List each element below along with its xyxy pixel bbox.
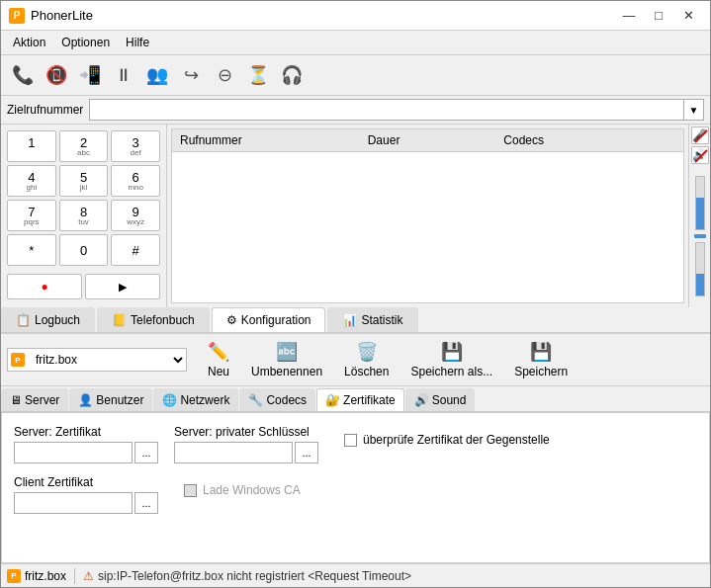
- menu-aktion[interactable]: Aktion: [5, 33, 53, 52]
- app-icon: P: [9, 8, 25, 24]
- rename-icon: 🔤: [276, 341, 298, 363]
- col-dauer: Dauer: [360, 131, 496, 149]
- call-button[interactable]: 📞: [7, 59, 39, 91]
- tab-telefonbuch[interactable]: 📒 Telefonbuch: [97, 307, 210, 332]
- mic-mute-button[interactable]: 🎤: [691, 126, 709, 144]
- delete-digit-button[interactable]: ●: [7, 274, 82, 299]
- load-ca-label: Lade Windows CA: [203, 483, 301, 497]
- hangup-button[interactable]: 📵: [41, 59, 72, 91]
- new-icon: ✏️: [208, 341, 229, 363]
- status-warning-icon: ⚠: [83, 569, 94, 583]
- dialpad-6[interactable]: 6mno: [111, 165, 160, 197]
- rename-label: Umbenennen: [251, 365, 322, 378]
- zertifikate-tab-label: Zertifikate: [343, 393, 396, 407]
- speaker-volume-slider[interactable]: [695, 242, 705, 296]
- tab-statistik-label: Statistik: [361, 313, 402, 327]
- dialpad-0[interactable]: 0: [59, 234, 109, 266]
- dialpad-1[interactable]: 1: [7, 130, 56, 162]
- account-tab-codecs[interactable]: 🔧 Codecs: [239, 388, 315, 411]
- minimize-button[interactable]: —: [615, 6, 643, 26]
- benutzer-icon: 👤: [78, 393, 93, 407]
- account-tab-zertifikate[interactable]: 🔐 Zertifikate: [316, 388, 404, 411]
- statistik-icon: 📊: [342, 313, 357, 327]
- konfiguration-icon: ⚙: [226, 313, 237, 327]
- redirect-button[interactable]: ↪: [175, 59, 207, 91]
- timer-button[interactable]: ⏳: [242, 59, 274, 91]
- codecs-icon: 🔧: [248, 393, 263, 407]
- check-cert-checkbox[interactable]: [344, 434, 357, 447]
- headset-button[interactable]: 🎧: [276, 59, 308, 91]
- telefonbuch-icon: 📒: [112, 313, 127, 327]
- delete-config-button[interactable]: 🗑️ Löschen: [339, 338, 394, 381]
- server-tab-label: Server: [25, 393, 59, 407]
- save-as-config-button[interactable]: 💾 Speichern als...: [405, 338, 497, 381]
- save-icon: 💾: [530, 341, 552, 363]
- tab-telefonbuch-label: Telefonbuch: [131, 313, 195, 327]
- new-config-button[interactable]: ✏️ Neu: [203, 338, 234, 381]
- vol-indicator-1: [694, 234, 706, 238]
- dialpad-3[interactable]: 3def: [111, 130, 160, 162]
- speaker-mute-button[interactable]: 🔊: [691, 146, 709, 164]
- contacts-button[interactable]: 👥: [141, 59, 173, 91]
- menu-optionen[interactable]: Optionen: [53, 33, 118, 52]
- mic-volume-slider[interactable]: [695, 176, 705, 230]
- save-config-button[interactable]: 💾 Speichern: [509, 338, 573, 381]
- new-label: Neu: [208, 365, 229, 378]
- account-select[interactable]: fritz.box: [28, 349, 186, 371]
- dialpad-2[interactable]: 2abc: [59, 130, 109, 162]
- netzwerk-icon: 🌐: [162, 393, 177, 407]
- server-key-browse[interactable]: ...: [295, 442, 318, 463]
- menu-hilfe[interactable]: Hilfe: [118, 33, 157, 52]
- account-tab-benutzer[interactable]: 👤 Benutzer: [69, 388, 152, 411]
- close-button[interactable]: ✕: [674, 6, 702, 26]
- svg-line-1: [695, 150, 707, 162]
- client-cert-input[interactable]: [14, 492, 133, 514]
- more-button[interactable]: ▶: [85, 274, 160, 299]
- account-tab-server[interactable]: 🖥 Server: [1, 388, 68, 411]
- tab-statistik[interactable]: 📊 Statistik: [327, 307, 417, 332]
- save-as-label: Speichern als...: [410, 365, 492, 378]
- save-as-icon: 💾: [441, 341, 463, 363]
- dialpad-9[interactable]: 9wxyz: [111, 200, 160, 231]
- server-cert-browse[interactable]: ...: [134, 442, 158, 463]
- dialpad-7[interactable]: 7pqrs: [7, 200, 56, 231]
- load-ca-checkbox[interactable]: [184, 484, 197, 497]
- address-label: Zielrufnummer: [7, 103, 83, 117]
- tab-konfiguration[interactable]: ⚙ Konfiguration: [212, 307, 326, 332]
- status-text: sip:IP-Telefon@fritz.box nicht registrie…: [98, 569, 411, 583]
- transfer-button[interactable]: 📲: [74, 59, 106, 91]
- server-cert-input[interactable]: [14, 442, 133, 463]
- codecs-tab-label: Codecs: [266, 393, 307, 407]
- address-dropdown[interactable]: ▼: [684, 99, 704, 121]
- delete-label: Löschen: [344, 365, 389, 378]
- address-input[interactable]: [89, 99, 684, 121]
- zertifikate-icon: 🔐: [325, 393, 340, 407]
- netzwerk-tab-label: Netzwerk: [180, 393, 229, 407]
- dialpad-hash[interactable]: #: [111, 234, 160, 266]
- status-account-name: fritz.box: [25, 569, 66, 583]
- delete-icon: 🗑️: [356, 341, 378, 363]
- server-key-input[interactable]: [174, 442, 293, 463]
- account-tab-netzwerk[interactable]: 🌐 Netzwerk: [153, 388, 238, 411]
- dnd-button[interactable]: ⊖: [209, 59, 240, 91]
- check-cert-label: überprüfe Zertifikat der Gegenstelle: [363, 433, 550, 447]
- dialpad-4[interactable]: 4ghi: [7, 165, 56, 197]
- logbuch-icon: 📋: [16, 313, 31, 327]
- client-cert-label: Client Zertifikat: [14, 475, 158, 489]
- col-rufnummer: Rufnummer: [172, 131, 360, 149]
- tab-logbuch[interactable]: 📋 Logbuch: [1, 307, 95, 332]
- account-tab-sound[interactable]: 🔊 Sound: [405, 388, 476, 411]
- dialpad-5[interactable]: 5jkl: [59, 165, 109, 197]
- rename-config-button[interactable]: 🔤 Umbenennen: [246, 338, 327, 381]
- hold-button[interactable]: ⏸: [108, 59, 139, 91]
- client-cert-browse[interactable]: ...: [134, 492, 158, 514]
- sound-tab-label: Sound: [432, 393, 467, 407]
- server-icon: 🖥: [10, 393, 22, 407]
- dialpad-8[interactable]: 8tuv: [59, 200, 109, 231]
- dialpad-star[interactable]: *: [7, 234, 56, 266]
- tab-logbuch-label: Logbuch: [35, 313, 80, 327]
- status-separator: [74, 568, 75, 584]
- maximize-button[interactable]: □: [645, 6, 672, 26]
- server-cert-label: Server: Zertifikat: [14, 425, 158, 439]
- save-label: Speichern: [514, 365, 568, 378]
